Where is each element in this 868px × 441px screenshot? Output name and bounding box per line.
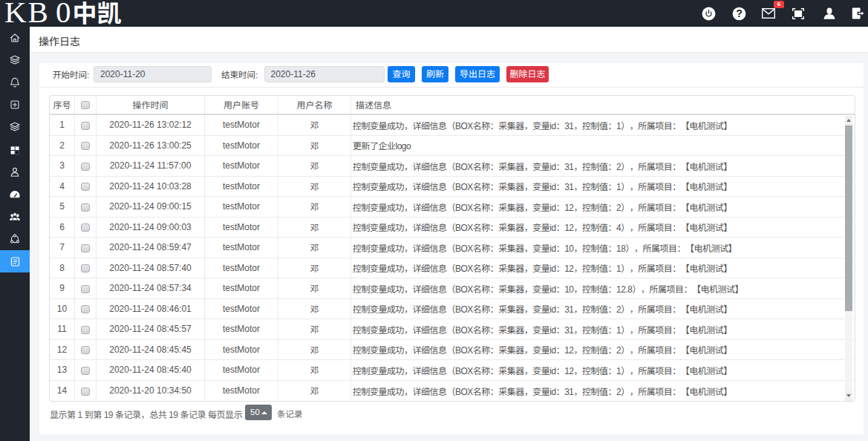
svg-text:?: ? [736,7,743,19]
